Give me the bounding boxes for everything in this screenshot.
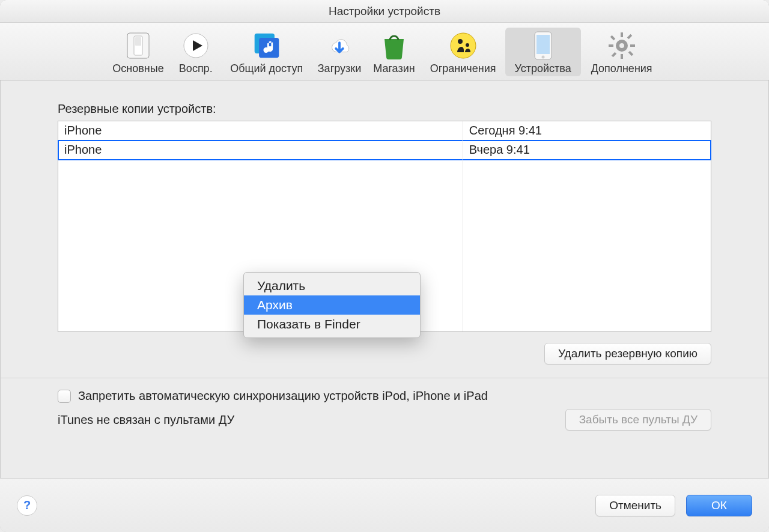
tab-store[interactable]: Магазин [367, 28, 421, 76]
bag-icon [380, 31, 409, 60]
svg-rect-20 [627, 34, 631, 39]
cell-backup-date: Вчера 9:41 [463, 141, 711, 160]
ok-button[interactable]: ОК [686, 495, 752, 516]
play-icon [181, 31, 210, 60]
cell-backup-date: Сегодня 9:41 [463, 121, 711, 141]
svg-rect-11 [536, 35, 550, 54]
question-icon: ? [23, 498, 31, 512]
menu-delete[interactable]: Удалить [244, 276, 420, 295]
parental-icon [449, 31, 478, 60]
dialog-footer: ? Отменить ОК [0, 478, 769, 532]
column-divider [463, 121, 463, 331]
menu-archive[interactable]: Архив [244, 295, 420, 315]
svg-rect-19 [628, 51, 633, 56]
gear-icon [607, 31, 636, 60]
svg-point-8 [458, 39, 463, 44]
window-title: Настройки устройств [0, 0, 769, 23]
tab-label: Основные [112, 62, 163, 75]
forget-remotes-button: Забыть все пульты ДУ [565, 409, 711, 431]
cell-device-name: iPhone [58, 121, 463, 141]
switch-icon [124, 31, 153, 60]
tab-playback[interactable]: Воспр. [170, 28, 222, 76]
svg-point-12 [541, 56, 544, 59]
tab-label: Загрузки [318, 62, 361, 75]
tab-label: Воспр. [179, 62, 213, 75]
tab-label: Ограничения [430, 62, 496, 75]
tab-restrictions[interactable]: Ограничения [421, 28, 505, 76]
tab-downloads[interactable]: Загрузки [312, 28, 367, 76]
title-text: Настройки устройств [329, 5, 440, 18]
svg-point-7 [451, 33, 476, 58]
table-row[interactable]: iPhone Сегодня 9:41 [58, 121, 711, 141]
tab-label: Устройства [515, 62, 571, 75]
tab-label: Общий доступ [230, 62, 303, 75]
tab-label: Дополнения [591, 62, 652, 75]
prevent-sync-checkbox[interactable] [58, 390, 71, 403]
table-row[interactable]: iPhone Вчера 9:41 [58, 141, 711, 160]
content-area: Резервные копии устройств: iPhone Сегодн… [0, 80, 769, 478]
tab-general[interactable]: Основные [106, 28, 169, 76]
menu-show-in-finder[interactable]: Показать в Finder [244, 315, 420, 334]
svg-rect-15 [621, 54, 623, 59]
svg-rect-2 [135, 37, 141, 46]
preferences-window: Настройки устройств Основные Воспр. Общи… [0, 0, 769, 532]
music-stack-icon [252, 31, 281, 60]
context-menu: Удалить Архив Показать в Finder [243, 272, 421, 338]
phone-icon [529, 31, 558, 60]
remote-status-text: iTunes не связан с пультами ДУ [58, 413, 234, 427]
tab-sharing[interactable]: Общий доступ [222, 28, 312, 76]
svg-point-22 [619, 43, 624, 48]
tab-advanced[interactable]: Дополнения [581, 28, 663, 76]
prevent-sync-label: Запретить автоматическую синхронизацию у… [78, 389, 488, 403]
cancel-button[interactable]: Отменить [595, 495, 675, 516]
backups-label: Резервные копии устройств: [58, 102, 711, 116]
svg-rect-21 [611, 52, 616, 57]
preferences-toolbar: Основные Воспр. Общий доступ Загрузки [0, 23, 769, 80]
svg-rect-17 [630, 44, 635, 47]
cell-device-name: iPhone [58, 141, 463, 160]
tab-devices[interactable]: Устройства [505, 28, 581, 76]
cloud-download-icon [325, 31, 354, 60]
tab-label: Магазин [373, 62, 415, 75]
svg-rect-14 [621, 32, 623, 37]
svg-rect-16 [609, 44, 613, 47]
svg-point-9 [466, 43, 469, 47]
svg-rect-18 [610, 35, 615, 40]
help-button[interactable]: ? [17, 495, 37, 516]
delete-backup-button[interactable]: Удалить резервную копию [544, 343, 711, 364]
